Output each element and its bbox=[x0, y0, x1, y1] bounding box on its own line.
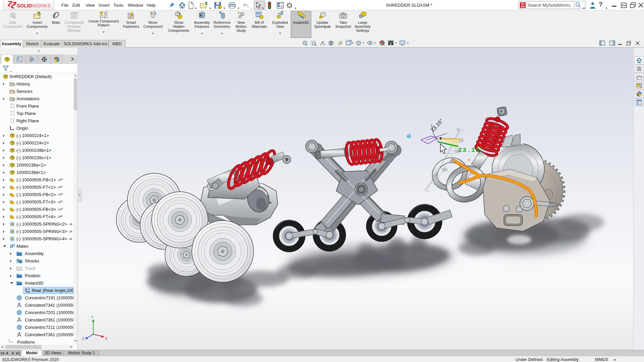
svg-text:!: ! bbox=[219, 6, 220, 9]
svg-text:Y: Y bbox=[91, 315, 94, 319]
svg-text:!: ! bbox=[320, 15, 321, 18]
svg-text:X: X bbox=[105, 337, 108, 341]
svg-text:SOLIDWORKS: SOLIDWORKS bbox=[17, 3, 51, 8]
svg-text:Z: Z bbox=[82, 337, 85, 341]
svg-text:23.16°: 23.16° bbox=[458, 146, 484, 154]
